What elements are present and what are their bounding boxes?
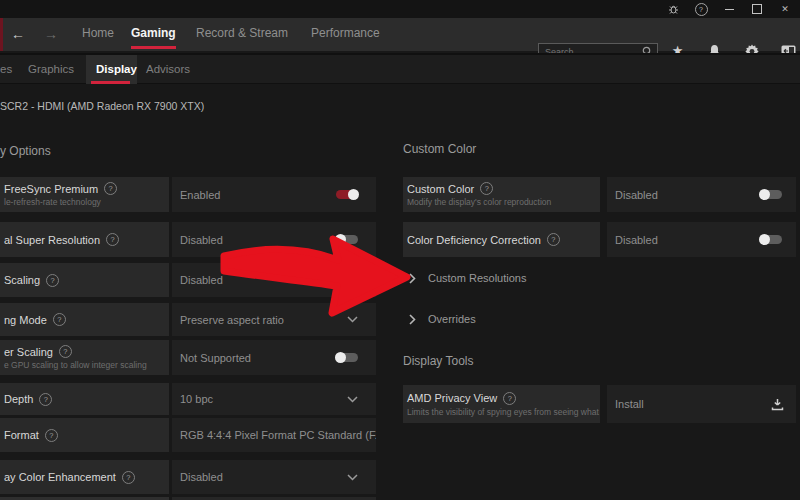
setting-row-scaling-mode: ng Mode? Preserve aspect ratio <box>0 303 376 336</box>
setting-value: Preserve aspect ratio <box>180 314 284 326</box>
help-icon[interactable]: ? <box>122 471 135 484</box>
maximize-icon[interactable] <box>750 3 764 15</box>
subtab-games[interactable]: es <box>0 63 12 75</box>
help-icon[interactable]: ? <box>547 233 560 246</box>
amd-logo-sliver <box>0 18 3 51</box>
section-display-options: y Options <box>0 144 51 158</box>
super-resolution-toggle[interactable] <box>336 235 358 244</box>
section-custom-color: Custom Color <box>403 142 476 156</box>
setting-subtitle: e GPU scaling to allow integer scaling <box>4 360 163 370</box>
setting-value: Not Supported <box>180 352 251 364</box>
setting-value: Disabled <box>615 189 658 201</box>
chevron-down-icon[interactable] <box>347 474 358 481</box>
setting-label: ay Color Enhancement <box>4 471 116 483</box>
setting-label: ng Mode <box>4 314 47 326</box>
setting-row-super-resolution: al Super Resolution? Disabled <box>0 222 376 257</box>
help-icon[interactable]: ? <box>104 182 117 195</box>
expander-label: Overrides <box>428 313 476 325</box>
nav-tab-record-stream[interactable]: Record & Stream <box>196 26 288 40</box>
chevron-down-icon[interactable] <box>347 316 358 323</box>
setting-label: Scaling <box>4 274 40 286</box>
setting-label: Format <box>4 429 39 441</box>
setting-row-freesync: FreeSync Premium? le-refresh-rate techno… <box>0 177 376 212</box>
custom-color-toggle[interactable] <box>760 190 782 199</box>
expander-label: Custom Resolutions <box>428 272 526 284</box>
help-icon[interactable]: ? <box>39 393 52 406</box>
setting-row-custom-color: Custom Color? Modify the display's color… <box>403 177 796 212</box>
subtab-graphics[interactable]: Graphics <box>28 63 74 75</box>
titlebar: ? ✕ <box>0 0 800 18</box>
help-icon[interactable]: ? <box>46 274 59 287</box>
nav-tab-gaming[interactable]: Gaming <box>131 26 176 40</box>
color-deficiency-toggle[interactable] <box>760 235 782 244</box>
setting-value: Disabled <box>615 234 658 246</box>
setting-row-privacy-view: AMD Privacy View? Limits the visibility … <box>403 385 796 423</box>
help-icon[interactable]: ? <box>503 392 516 405</box>
setting-label: AMD Privacy View <box>407 392 497 404</box>
radeon-software-window: ? ✕ ← → Home Gaming Record & Stream Perf… <box>0 0 800 500</box>
chevron-down-icon[interactable] <box>347 396 358 403</box>
setting-row-integer-scaling: er Scaling? e GPU scaling to allow integ… <box>0 340 376 375</box>
setting-row-color-deficiency: Color Deficiency Correction? Disabled <box>403 222 796 257</box>
gaming-subtabs: es Graphics Display Advisors <box>0 53 800 84</box>
help-icon[interactable]: ? <box>106 233 119 246</box>
setting-row-color-enhancement: ay Color Enhancement? Disabled <box>0 460 376 494</box>
setting-subtitle: le-refresh-rate technology <box>4 197 163 207</box>
integer-scaling-toggle[interactable] <box>336 353 358 362</box>
setting-label: Depth <box>4 393 33 405</box>
setting-value: Enabled <box>180 189 220 201</box>
setting-subtitle: Modify the display's color reproduction <box>407 197 594 207</box>
setting-row-color-depth: Depth? 10 bpc <box>0 383 376 415</box>
help-icon[interactable]: ? <box>59 345 72 358</box>
forward-arrow-icon[interactable]: → <box>41 24 61 44</box>
setting-row-gpu-scaling: Scaling? Disabled <box>0 263 376 297</box>
subtab-advisors[interactable]: Advisors <box>146 63 190 75</box>
close-icon[interactable]: ✕ <box>778 3 792 15</box>
setting-label: Custom Color <box>407 183 474 195</box>
setting-value: Disabled <box>180 274 223 286</box>
help-icon[interactable]: ? <box>53 313 66 326</box>
setting-value: 10 bpc <box>180 393 213 405</box>
display-identifier: SCR2 - HDMI (AMD Radeon RX 7900 XTX) <box>0 100 204 112</box>
bug-report-icon[interactable] <box>666 3 680 15</box>
nav-tab-home[interactable]: Home <box>82 26 114 40</box>
display-settings-content: SCR2 - HDMI (AMD Radeon RX 7900 XTX) y O… <box>0 84 800 500</box>
setting-value: Disabled <box>180 234 223 246</box>
setting-subtitle: Limits the visibility of spying eyes fro… <box>407 407 594 417</box>
setting-label: Color Deficiency Correction <box>407 234 541 246</box>
setting-value: Install <box>615 398 644 410</box>
nav-tab-performance[interactable]: Performance <box>311 26 380 40</box>
help-icon[interactable]: ? <box>480 182 493 195</box>
expander-custom-resolutions[interactable]: Custom Resolutions <box>409 272 526 284</box>
chevron-right-icon <box>409 314 416 325</box>
setting-label: FreeSync Premium <box>4 183 98 195</box>
subtab-display[interactable]: Display <box>96 63 137 75</box>
expander-overrides[interactable]: Overrides <box>409 313 476 325</box>
setting-value: RGB 4:4:4 Pixel Format PC Standard (F... <box>180 429 376 441</box>
setting-label: al Super Resolution <box>4 234 100 246</box>
setting-label: er Scaling <box>4 346 53 358</box>
freesync-toggle[interactable] <box>336 190 358 199</box>
chevron-right-icon <box>409 273 416 284</box>
minimize-icon[interactable] <box>722 3 736 15</box>
setting-row-pixel-format: Format? RGB 4:4:4 Pixel Format PC Standa… <box>0 418 376 452</box>
help-icon[interactable]: ? <box>45 429 58 442</box>
gpu-scaling-toggle[interactable] <box>336 276 358 285</box>
section-display-tools: Display Tools <box>403 354 473 368</box>
download-icon[interactable] <box>771 398 784 411</box>
main-navbar: ← → Home Gaming Record & Stream Performa… <box>0 18 800 51</box>
setting-value: Disabled <box>180 471 223 483</box>
back-arrow-icon[interactable]: ← <box>8 24 28 44</box>
help-icon[interactable]: ? <box>694 3 708 15</box>
